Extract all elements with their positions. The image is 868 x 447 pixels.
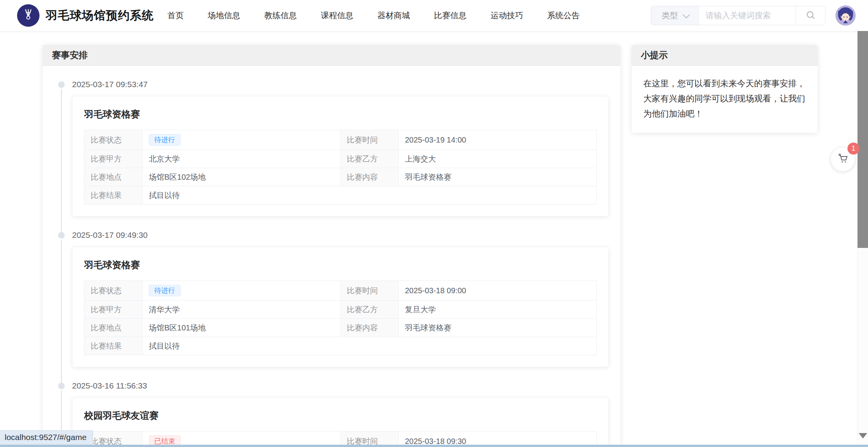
field-label: 比赛乙方 — [341, 150, 399, 168]
nav-item-venues[interactable]: 场地信息 — [196, 10, 252, 21]
browser-status-url: localhost:9527/#/game — [0, 430, 93, 445]
tips-panel: 小提示 在这里，您可以看到未来今天的赛事安排，大家有兴趣的同学可以到现场观看，让… — [632, 45, 818, 133]
chevron-down-icon — [682, 11, 690, 19]
logo-circle — [17, 4, 40, 27]
bottom-edge-strip — [0, 445, 868, 447]
app-window: 羽毛球场馆预约系统 首页 场地信息 教练信息 课程信息 器材商城 比赛信息 运动… — [0, 0, 868, 447]
field-label: 比赛时间 — [341, 130, 399, 150]
nav-item-announcements[interactable]: 系统公告 — [535, 10, 592, 21]
event-card: 羽毛球资格赛 比赛状态 待进行 比赛时间 2025-03-19 14:00 — [72, 96, 609, 217]
timeline-dot — [58, 81, 65, 88]
nav-item-skills[interactable]: 运动技巧 — [479, 10, 535, 21]
nav-item-shop[interactable]: 器材商城 — [365, 10, 422, 21]
field-value: 场馆B区101场地 — [143, 319, 341, 337]
field-label: 比赛甲方 — [84, 150, 143, 168]
event-detail-table: 比赛状态 待进行 比赛时间 2025-03-18 09:00 比赛甲方 清华大学 — [84, 280, 597, 355]
brand-logo[interactable]: 羽毛球场馆预约系统 — [17, 4, 154, 27]
user-avatar[interactable]: + + — [835, 5, 856, 26]
event-card: 校园羽毛球友谊赛 比赛状态 已结束 比赛时间 2025-03-18 09:30 — [72, 397, 609, 447]
field-value: 清华大学 — [143, 301, 341, 319]
field-value: 拭目以待 — [143, 186, 597, 205]
field-label: 比赛内容 — [341, 319, 399, 337]
tips-panel-header: 小提示 — [632, 45, 818, 66]
field-value: 羽毛球资格赛 — [399, 319, 597, 337]
events-panel-header: 赛事安排 — [43, 45, 620, 66]
field-value: 北京大学 — [143, 150, 341, 168]
status-badge: 待进行 — [149, 285, 181, 296]
cart-icon — [837, 153, 849, 166]
scrollbar-thumb[interactable] — [858, 31, 868, 248]
vertical-scrollbar — [857, 31, 868, 447]
event-card: 羽毛球资格赛 比赛状态 待进行 比赛时间 2025-03-18 09:00 — [72, 247, 609, 367]
field-value: 场馆B区102场地 — [143, 168, 341, 186]
page-content: 赛事安排 2025-03-17 09:53:47 羽毛球资格赛 比赛状态 — [0, 31, 868, 447]
field-label: 比赛地点 — [84, 168, 143, 186]
field-value: 2025-03-18 09:00 — [399, 281, 597, 301]
search-button[interactable] — [796, 6, 825, 25]
main-nav: 首页 场地信息 教练信息 课程信息 器材商城 比赛信息 运动技巧 系统公告 — [155, 10, 592, 21]
field-label: 比赛地点 — [84, 319, 143, 337]
scrollbar-down-arrow-icon[interactable] — [859, 433, 867, 438]
field-label: 比赛内容 — [341, 168, 399, 186]
cart-count-badge: 1 — [847, 143, 859, 155]
field-value: 复旦大学 — [399, 301, 597, 319]
svg-text:+: + — [850, 19, 852, 22]
field-value: 待进行 — [143, 130, 341, 150]
event-title: 校园羽毛球友谊赛 — [84, 409, 597, 422]
field-value: 待进行 — [143, 281, 341, 301]
field-label: 比赛乙方 — [341, 301, 399, 319]
shuttlecock-icon — [22, 9, 34, 22]
field-label: 比赛时间 — [341, 281, 399, 301]
brand-title: 羽毛球场馆预约系统 — [46, 8, 154, 24]
events-timeline: 2025-03-17 09:53:47 羽毛球资格赛 比赛状态 待进行 比赛时间 — [43, 66, 620, 447]
tips-panel-title: 小提示 — [641, 49, 668, 61]
field-value: 上海交大 — [399, 150, 597, 168]
search-type-label: 类型 — [662, 10, 678, 21]
field-label: 比赛甲方 — [84, 301, 143, 319]
svg-text:+: + — [839, 19, 841, 22]
field-label: 比赛结果 — [84, 186, 143, 205]
top-navbar: 羽毛球场馆预约系统 首页 场地信息 教练信息 课程信息 器材商城 比赛信息 运动… — [0, 0, 868, 31]
search-icon — [806, 10, 816, 21]
field-label: 比赛状态 — [84, 281, 143, 301]
search-bar: 类型 — [651, 6, 825, 25]
timeline-item: 2025-03-17 09:53:47 羽毛球资格赛 比赛状态 待进行 比赛时间 — [58, 80, 609, 217]
event-timestamp: 2025-03-17 09:53:47 — [72, 80, 609, 89]
tips-text: 在这里，您可以看到未来今天的赛事安排，大家有兴趣的同学可以到现场观看，让我们为他… — [643, 76, 806, 121]
event-detail-table: 比赛状态 待进行 比赛时间 2025-03-19 14:00 比赛甲方 北京大学 — [84, 130, 597, 205]
events-panel: 赛事安排 2025-03-17 09:53:47 羽毛球资格赛 比赛状态 — [43, 45, 620, 447]
timeline-dot — [58, 383, 65, 389]
nav-item-courses[interactable]: 课程信息 — [309, 10, 365, 21]
event-timestamp: 2025-03-16 11:56:33 — [72, 381, 609, 390]
field-label: 比赛结果 — [84, 337, 143, 355]
field-value: 拭目以待 — [143, 337, 597, 355]
timeline-item: 2025-03-17 09:49:30 羽毛球资格赛 比赛状态 待进行 比赛时间 — [58, 230, 609, 367]
search-input[interactable] — [699, 6, 796, 25]
field-label: 比赛状态 — [84, 130, 143, 150]
timeline-item: 2025-03-16 11:56:33 校园羽毛球友谊赛 比赛状态 已结束 比赛… — [58, 381, 609, 447]
field-value: 2025-03-19 14:00 — [399, 130, 597, 150]
event-title: 羽毛球资格赛 — [84, 259, 597, 271]
nav-item-matches[interactable]: 比赛信息 — [422, 10, 479, 21]
nav-item-coaches[interactable]: 教练信息 — [252, 10, 309, 21]
events-panel-title: 赛事安排 — [52, 49, 88, 61]
event-timestamp: 2025-03-17 09:49:30 — [72, 230, 609, 240]
nav-item-home[interactable]: 首页 — [155, 10, 196, 21]
status-badge: 待进行 — [149, 134, 181, 146]
cart-fab-button[interactable]: 1 — [830, 147, 855, 172]
timeline-dot — [58, 232, 65, 239]
event-title: 羽毛球资格赛 — [84, 108, 597, 120]
search-type-select[interactable]: 类型 — [651, 6, 699, 25]
field-value: 羽毛球资格赛 — [399, 168, 597, 186]
